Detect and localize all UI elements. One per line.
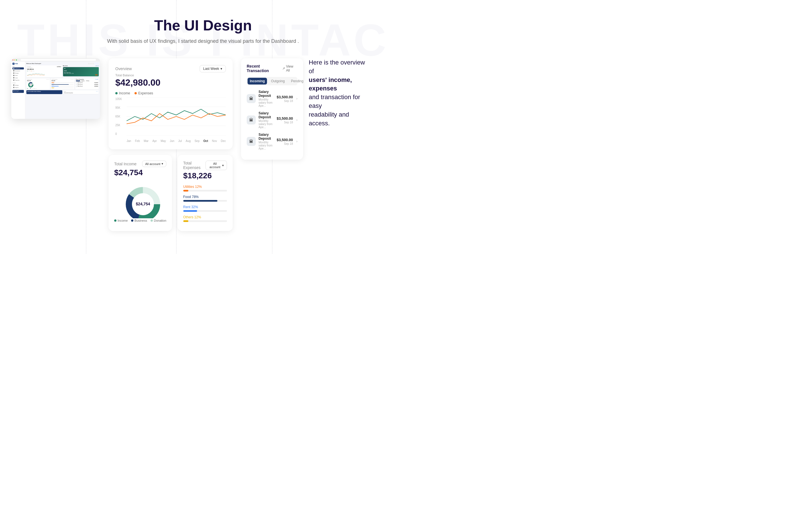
mini-income-legend: Income Business Donation xyxy=(27,88,49,89)
tx-date-3: Sep 18 xyxy=(276,142,293,145)
mini-expenses-card: Total Expenses All account ▾ $18,226 Uti… xyxy=(51,78,74,90)
mini-nav-dashboard[interactable]: Dashboard xyxy=(12,67,24,69)
tx-chevron-3: › xyxy=(296,139,297,144)
mini-tab-pending[interactable]: Pending xyxy=(86,80,90,81)
mini-savings-icon xyxy=(13,72,14,73)
mini-goals-card: Goals View All ☐ New estate land purchas… xyxy=(63,90,99,94)
mini-nav-cards[interactable]: Cards xyxy=(12,77,24,79)
mini-nav-payments[interactable]: Payments xyxy=(12,79,24,81)
mini-tx-icon-1 xyxy=(76,82,77,83)
mini-view-all[interactable]: ↗ View All xyxy=(95,79,98,80)
chevron-down-icon-income: ▾ xyxy=(161,162,163,166)
svg-text:$24,754: $24,754 xyxy=(136,202,150,206)
tx-name-2: Salary Deposit xyxy=(259,111,274,119)
expenses-value: $18,226 xyxy=(183,171,227,180)
mini-legend: Income Expenses xyxy=(27,71,61,71)
page-wrapper: THIS IS FINTAC The UI Design With solid … xyxy=(0,0,406,253)
mini-dashboard-icon xyxy=(13,68,14,69)
mini-tx-date-3: Sep 18 xyxy=(78,87,94,87)
mini-nav-settings[interactable]: Settings xyxy=(12,84,24,86)
filter-button[interactable]: Last Week ▾ xyxy=(200,65,226,72)
mini-my-cards-label: My Cards xyxy=(63,65,67,66)
expense-label-others: Others 12% xyxy=(183,215,227,219)
mini-tx-info-2: Salary Deposit Sep 18 xyxy=(78,83,94,86)
mini-expenses-value: $18,226 xyxy=(52,80,74,81)
mini-tx-icon-2 xyxy=(76,84,77,85)
expense-label-food: Food 78% xyxy=(183,195,227,199)
mini-goals-item: ☐ New estate land purchase xyxy=(64,93,98,93)
expense-label-utilities: Utilities 12% xyxy=(183,185,227,189)
mini-cc-number: 1234 1234 1234 1234 xyxy=(64,73,98,74)
mini-goals-label: Goals xyxy=(64,91,66,92)
expense-bar-bg-food xyxy=(183,200,227,202)
total-balance-value: $42,980.00 xyxy=(115,77,226,88)
tx-icon-3: 🏛 xyxy=(247,137,256,146)
mini-user-badge xyxy=(94,63,99,64)
mini-tab-outgoing[interactable]: Outgoing xyxy=(81,80,85,81)
page-title: The UI Design xyxy=(0,17,406,34)
expenses-label: Total Expenses xyxy=(183,161,206,170)
mini-tx-icon-3 xyxy=(76,86,77,87)
chevron-down-icon-expenses: ▾ xyxy=(222,164,224,167)
mini-nav-main-label: MAIN xyxy=(12,66,24,67)
overview-card: Overview Last Week ▾ Total Balance $42,9… xyxy=(109,58,233,149)
mini-support-bubble: 💬 Need Support? Have a conversation with… xyxy=(12,90,24,93)
mini-nav-goals[interactable]: Goals xyxy=(12,74,24,76)
mini-tx-info-3: Salary Deposit Sep 18 xyxy=(78,86,94,87)
tx-date-1: Sep 18 xyxy=(276,100,293,103)
mini-tx-title: Recent Transaction xyxy=(76,79,84,80)
tab-incoming[interactable]: Incoming xyxy=(248,78,267,84)
chart-svg-area xyxy=(126,98,226,135)
income-legend-income: Income xyxy=(114,219,128,222)
mini-tx-row-1: Salary Deposit Sep 18 $3,500.00 xyxy=(76,82,98,83)
dashboard-screenshot: F FINX MAIN Dashboard Investment xyxy=(11,58,100,119)
mini-total-balance-label: Total Balance xyxy=(27,68,61,68)
mini-nav-other-label: OTHER xyxy=(12,82,24,83)
mini-mastercard xyxy=(64,74,98,75)
mini-url-bar xyxy=(20,59,96,61)
mini-nav-support[interactable]: Support xyxy=(12,87,24,89)
income-legend-donation: Donation xyxy=(151,219,166,222)
income-legend-dot xyxy=(115,92,117,94)
mini-tx-date-1: Sep 18 xyxy=(78,83,94,83)
mini-bottom-section: Join our master class on finance Goals V… xyxy=(27,90,99,94)
dashboard-large: Overview Last Week ▾ Total Balance $42,9… xyxy=(100,58,241,231)
overview-label: Overview xyxy=(115,66,132,71)
income-card: Total Income All account ▾ $24,754 xyxy=(109,155,172,231)
mini-tx-row-3: Salary Deposit Sep 18 $3,500.00 xyxy=(76,86,98,87)
mini-tab-incoming[interactable]: Incoming xyxy=(76,80,80,81)
chevron-down-icon: ▾ xyxy=(220,67,222,71)
mini-investment-icon xyxy=(13,70,14,71)
mini-chart xyxy=(27,71,61,76)
expenses-account-btn[interactable]: All account ▾ xyxy=(206,161,227,170)
expense-bar-fill-food xyxy=(183,200,217,202)
tab-outgoing[interactable]: Outgoing xyxy=(269,78,287,84)
chart-y-labels: 105K 95K 65K 25K 0 xyxy=(115,98,125,135)
mini-main-area: Welcome Back Taofeeqah! xyxy=(25,61,100,119)
mini-wifi-icon xyxy=(64,70,66,71)
view-all-link[interactable]: ↗ View All xyxy=(282,64,297,72)
mini-goals-viewall[interactable]: View All xyxy=(96,91,98,92)
tx-desc-3: Monthly salary from Ape... xyxy=(259,141,274,150)
donut-container: $24,754 xyxy=(120,182,160,216)
tx-row-1: 🏛 Salary Deposit Monthly salary from Ape… xyxy=(247,90,297,107)
mini-browser-bar xyxy=(11,58,100,61)
tx-amount-1: $3,500.00 xyxy=(276,95,293,99)
bottom-cards: Total Income All account ▾ $24,754 xyxy=(109,155,233,231)
tx-name-1: Salary Deposit xyxy=(259,90,274,98)
income-account-btn[interactable]: All account ▾ xyxy=(142,161,166,167)
mini-tx-amount-3: $3,500.00 xyxy=(94,86,98,87)
business-dot xyxy=(131,219,133,222)
mini-cards-section: My Cards + Add Card Ace. TAOFEEQAH BELLO… xyxy=(63,65,99,77)
expense-bar-bg-rent xyxy=(183,210,227,212)
mini-grid: Overview Last Week ▾ Total Balance $42,9… xyxy=(27,65,99,77)
mini-nav-savings[interactable]: Savings xyxy=(12,72,24,74)
tx-info-1: Salary Deposit Monthly salary from Ape..… xyxy=(259,90,274,107)
mini-minimize-dot xyxy=(14,59,15,61)
mini-add-card[interactable]: + Add Card xyxy=(95,65,99,66)
mini-tx-amount-1: $3,500.00 xyxy=(94,82,98,83)
mini-nav-investment[interactable]: Investment xyxy=(12,70,24,72)
mini-tx-header: Recent Transaction ↗ View All xyxy=(76,79,98,80)
mini-expand-dot xyxy=(16,59,17,61)
mini-bell-icon xyxy=(90,63,92,64)
